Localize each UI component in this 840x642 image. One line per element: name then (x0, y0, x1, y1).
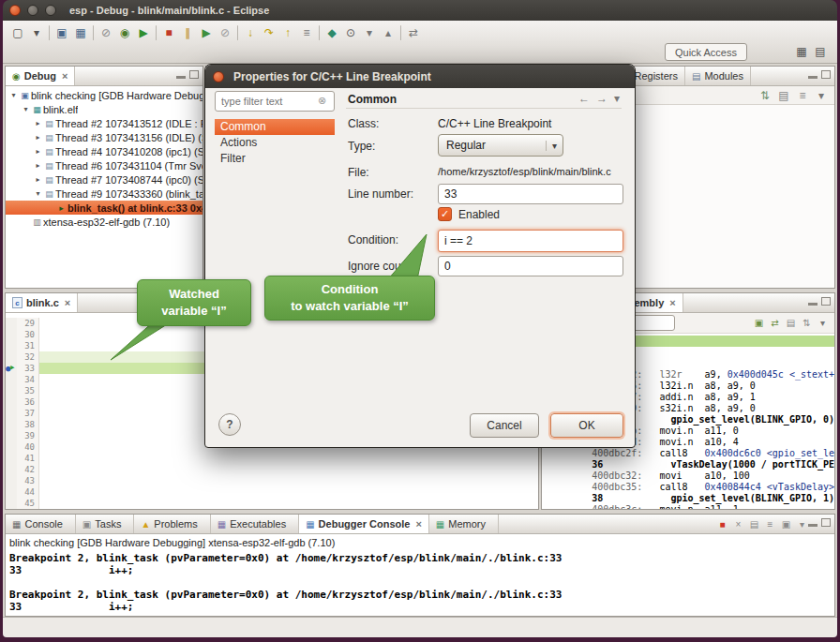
twisty-icon[interactable]: ▾ (8, 91, 19, 99)
pin-console-icon[interactable]: ▣ (778, 516, 794, 531)
maximize-icon[interactable] (821, 297, 831, 306)
ok-button[interactable]: OK (550, 413, 623, 438)
window-close-button[interactable] (9, 5, 21, 16)
terminate-icon[interactable]: ■ (159, 24, 178, 41)
twisty-icon[interactable]: ▸ (33, 147, 43, 156)
terminate-icon[interactable]: ■ (714, 516, 730, 531)
skip-breakpoints-icon[interactable]: ⊘ (97, 24, 115, 41)
dialog-section-item[interactable]: Actions (215, 135, 335, 151)
tab-debug[interactable]: ◉ Debug × (6, 67, 75, 85)
breakpoint-marker[interactable] (6, 419, 17, 430)
breakpoint-marker[interactable] (6, 430, 17, 441)
resume-icon[interactable]: ▶ (197, 24, 216, 41)
next-annotation-icon[interactable]: ▾ (360, 24, 379, 41)
view-menu-icon[interactable]: ▾ (815, 315, 831, 332)
debug-tree-item[interactable]: ▸ ▤ Thread #2 1073413512 (IDLE : Running… (6, 116, 202, 130)
run-icon[interactable]: ▶ (134, 24, 153, 41)
breakpoint-marker[interactable] (6, 475, 17, 486)
help-button[interactable]: ? (218, 413, 241, 436)
filter-input[interactable] (215, 91, 335, 112)
window-minimize-button[interactable] (27, 5, 38, 16)
link-with-editor-icon[interactable]: ⇄ (404, 24, 423, 41)
breakpoint-marker[interactable] (6, 464, 17, 475)
debug-tree-item[interactable]: ▸ blink_task() at blink.c:33 0x400dbc2a (6, 201, 202, 215)
home-icon[interactable]: ▣ (751, 315, 767, 332)
minimize-icon[interactable] (808, 70, 818, 79)
debug-tree-item[interactable]: ▸ ▤ Thread #4 1073410208 (ipc1) (Suspend… (6, 144, 202, 158)
separator[interactable] (319, 25, 320, 40)
console-tab[interactable]: ▲ Problems (134, 515, 210, 533)
debug-tree-item[interactable]: ▾ ▦ blink.elf (6, 102, 202, 116)
view-menu-icon[interactable]: ▾ (614, 92, 620, 105)
maximize-icon[interactable] (821, 518, 831, 527)
new-wizard-icon[interactable]: ▢ (8, 24, 27, 41)
breakpoint-marker[interactable] (6, 385, 17, 396)
close-tab-icon[interactable]: × (62, 70, 68, 82)
view-menu-icon[interactable]: ▾ (812, 87, 831, 104)
save-icon[interactable]: ▣ (52, 24, 71, 41)
breakpoint-marker[interactable] (6, 329, 17, 340)
ignore-count-input[interactable] (438, 256, 623, 276)
close-tab-icon[interactable]: × (415, 518, 421, 530)
console-tab[interactable]: ▦ Console (6, 515, 76, 533)
close-tab-icon[interactable]: × (669, 297, 675, 308)
minimize-icon[interactable] (808, 297, 818, 306)
enabled-checkbox[interactable]: ✓ (438, 207, 452, 221)
console-tab[interactable]: ▣ Tasks (76, 515, 135, 533)
instruction-stepping-icon[interactable]: ≡ (297, 24, 316, 41)
breakpoint-marker[interactable] (6, 486, 17, 498)
dialog-section-item[interactable]: Filter (215, 151, 335, 167)
clear-console-icon[interactable]: ▤ (746, 516, 762, 531)
maximize-icon[interactable] (189, 70, 199, 79)
minimize-icon[interactable] (176, 70, 186, 79)
breakpoint-marker[interactable] (6, 498, 17, 509)
step-return-icon[interactable]: ↑ (278, 24, 297, 41)
debug-tree-item[interactable]: ▾ ▤ Thread #9 1073433360 (blink_task : R… (6, 187, 202, 201)
view-tab[interactable]: ▤ Modules (685, 67, 751, 85)
separator[interactable] (400, 25, 401, 40)
console-tab[interactable]: ▦ Memory (429, 515, 499, 533)
collapse-all-icon[interactable]: ⇅ (756, 87, 774, 104)
perspective-debug-icon[interactable]: ▦ (792, 43, 811, 60)
line-number-input[interactable] (438, 184, 623, 204)
console-output[interactable]: blink checking [GDB Hardware Debugging] … (6, 534, 834, 616)
maximize-icon[interactable] (821, 70, 831, 79)
debug-tree-item[interactable]: ▸ ▤ Thread #7 1073408744 (ipc0) (Suspend… (6, 172, 202, 187)
debug-tree-item[interactable]: ▸ ▤ Thread #3 1073413156 (IDLE) (Suspend… (6, 130, 202, 144)
suspend-icon[interactable]: ∥ (178, 24, 197, 41)
separator[interactable] (93, 25, 94, 40)
separator[interactable] (237, 25, 238, 40)
layout-icon[interactable]: ▤ (774, 87, 793, 104)
breakpoint-marker[interactable] (6, 363, 17, 374)
sync-icon[interactable]: ⇅ (799, 315, 815, 332)
perspective-cpp-icon[interactable]: ▤ (811, 43, 830, 60)
breakpoint-marker[interactable] (6, 441, 17, 453)
filter-icon[interactable]: ≡ (793, 87, 812, 104)
type-dropdown[interactable]: Regular ▾ (438, 134, 563, 157)
prev-annotation-icon[interactable]: ▴ (379, 24, 398, 41)
step-over-icon[interactable]: ↷ (260, 24, 278, 41)
console-tab[interactable]: ▦ Executables (211, 515, 299, 533)
console-tab[interactable]: ▦ Debugger Console × (299, 515, 429, 533)
disconnect-icon[interactable]: ⊘ (216, 24, 234, 41)
dialog-close-button[interactable] (213, 71, 224, 82)
twisty-icon[interactable]: ▸ (33, 133, 43, 142)
search-icon[interactable]: ⊙ (341, 24, 360, 41)
remove-launch-icon[interactable]: × (730, 516, 746, 531)
scroll-lock-icon[interactable]: ≡ (762, 516, 778, 531)
twisty-icon[interactable]: ▸ (33, 119, 43, 127)
back-icon[interactable]: ← (578, 92, 590, 105)
breakpoint-marker[interactable] (6, 408, 17, 419)
breakpoint-marker[interactable] (6, 396, 17, 408)
refresh-icon[interactable]: ⇄ (767, 315, 783, 332)
twisty-icon[interactable]: ▸ (33, 175, 43, 184)
close-tab-icon[interactable]: × (65, 297, 70, 308)
new-class-icon[interactable]: ◆ (322, 24, 341, 41)
debug-icon[interactable]: ◉ (115, 24, 134, 41)
twisty-icon[interactable]: ▸ (33, 161, 43, 170)
show-source-icon[interactable]: ▤ (783, 315, 799, 332)
breakpoint-marker[interactable] (6, 318, 17, 329)
debug-tree-item[interactable]: ▸ ▤ Thread #6 1073431104 (Tmr Svc) (Susp… (6, 158, 202, 172)
clear-filter-icon[interactable]: ⊗ (318, 95, 326, 107)
window-maximize-button[interactable] (45, 5, 56, 16)
